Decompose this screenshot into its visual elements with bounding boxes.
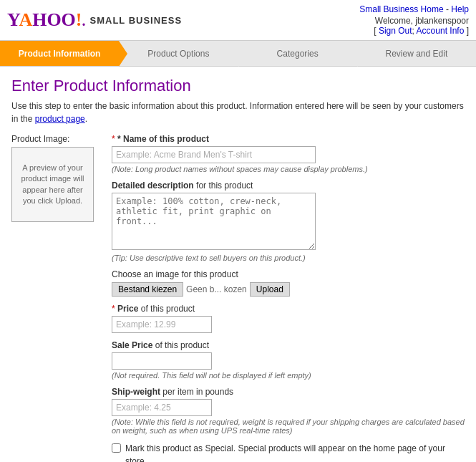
weight-input[interactable] (112, 399, 212, 416)
progress-bar: Product Information Product Options Cate… (0, 41, 476, 67)
product-page-link[interactable]: product page (35, 114, 85, 124)
upload-button[interactable]: Upload (250, 282, 290, 297)
special-checkbox-row: Mark this product as Special. Special pr… (112, 442, 465, 462)
desc-tip: (Tip: Use descriptive text to sell buyer… (112, 254, 465, 262)
name-input[interactable] (112, 146, 316, 163)
form-section: * * Name of this product (Note: Long pro… (112, 134, 465, 462)
step-review-edit[interactable]: Review and Edit (357, 41, 476, 66)
yahoo-logo: YAHOO!. (7, 9, 86, 31)
weight-label: Ship-weight per item in pounds (112, 387, 465, 397)
sale-price-input[interactable] (112, 352, 212, 370)
image-upload-group: Choose an image for this product Bestand… (112, 269, 465, 297)
weight-field-group: Ship-weight per item in pounds (Note: Wh… (112, 387, 465, 435)
header-right: Small Business Home - Help Welcome, jbla… (359, 4, 469, 36)
upload-row: Bestand kiezen Geen b... kozen Upload (112, 282, 465, 297)
price-input[interactable] (112, 316, 212, 333)
file-name-display: Geen b... kozen (186, 284, 247, 294)
choose-file-button[interactable]: Bestand kiezen (112, 282, 183, 297)
description-input[interactable] (112, 193, 316, 250)
logo-area: YAHOO!. SMALL BUSINESS (7, 9, 182, 31)
sale-price-label: Sale Price of this product (112, 340, 465, 350)
image-section: Product Image: A preview of your product… (11, 134, 105, 462)
main-content: Enter Product Information Use this step … (0, 67, 476, 462)
weight-note: (Note: While this field is not required,… (112, 418, 465, 435)
image-preview-box: A preview of your product image will app… (11, 147, 94, 222)
description-label: Detailed description for this product (112, 181, 465, 191)
small-business-home-link[interactable]: Small Business Home (359, 4, 443, 14)
price-field-group: * Price of this product (112, 304, 465, 333)
price-label: * Price of this product (112, 304, 465, 314)
description-field-group: Detailed description for this product (T… (112, 181, 465, 262)
image-upload-label: Choose an image for this product (112, 269, 465, 279)
name-note: (Note: Long product names without spaces… (112, 165, 465, 173)
content-area: Product Image: A preview of your product… (11, 134, 465, 462)
step-product-options[interactable]: Product Options (119, 41, 238, 66)
name-label: * * Name of this product (112, 134, 465, 144)
page-header: YAHOO!. SMALL BUSINESS Small Business Ho… (0, 0, 476, 41)
image-section-label: Product Image: (11, 134, 105, 144)
small-business-label: SMALL BUSINESS (90, 15, 183, 26)
header-top-links: Small Business Home - Help (359, 4, 469, 14)
sign-out-link[interactable]: Sign Out (379, 26, 412, 36)
special-checkbox-label: Mark this product as Special. Special pr… (125, 442, 465, 462)
page-description: Use this step to enter the basic informa… (11, 100, 465, 125)
page-title: Enter Product Information (11, 77, 465, 95)
help-link[interactable]: Help (451, 4, 469, 14)
account-info-link[interactable]: Account Info (417, 26, 465, 36)
welcome-text: Welcome, jblankenspoor [ Sign Out; Accou… (359, 16, 469, 36)
sale-price-note: (Not required. This field will not be di… (112, 371, 465, 380)
sale-price-field-group: Sale Price of this product (Not required… (112, 340, 465, 380)
step-categories[interactable]: Categories (238, 41, 357, 66)
step-product-information[interactable]: Product Information (0, 41, 119, 66)
name-field-group: * * Name of this product (Note: Long pro… (112, 134, 465, 173)
special-checkbox[interactable] (112, 443, 121, 453)
